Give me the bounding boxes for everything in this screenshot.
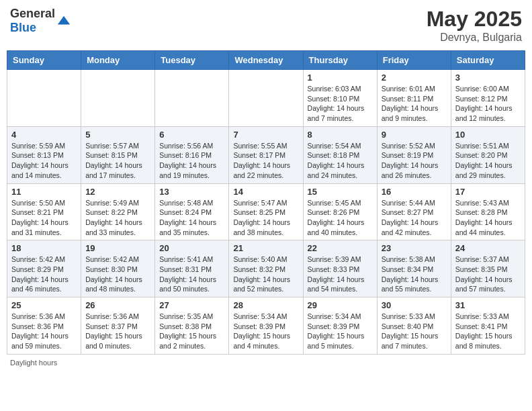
calendar-week-1: 1Sunrise: 6:03 AM Sunset: 8:10 PM Daylig… [7,70,525,127]
calendar-week-3: 11Sunrise: 5:50 AM Sunset: 8:21 PM Dayli… [7,183,525,240]
day-info: Sunrise: 6:03 AM Sunset: 8:10 PM Dayligh… [308,84,373,124]
day-info: Sunrise: 5:40 AM Sunset: 8:32 PM Dayligh… [233,255,298,294]
weekday-header-wednesday: Wednesday [229,51,303,70]
logo-general: General [10,7,55,20]
calendar-table: SundayMondayTuesdayWednesdayThursdayFrid… [7,50,525,355]
day-info: Sunrise: 5:47 AM Sunset: 8:25 PM Dayligh… [233,198,298,238]
day-number: 30 [382,300,447,310]
calendar-cell: 8Sunrise: 5:54 AM Sunset: 8:18 PM Daylig… [303,126,377,183]
weekday-header-monday: Monday [81,51,155,70]
day-info: Sunrise: 5:45 AM Sunset: 8:26 PM Dayligh… [308,198,373,238]
calendar-cell: 20Sunrise: 5:41 AM Sunset: 8:31 PM Dayli… [155,240,229,298]
calendar-cell: 14Sunrise: 5:47 AM Sunset: 8:25 PM Dayli… [229,183,303,240]
location-title: Devnya, Bulgaria [427,32,522,44]
day-info: Sunrise: 5:41 AM Sunset: 8:31 PM Dayligh… [159,255,224,294]
day-info: Sunrise: 5:34 AM Sunset: 8:39 PM Dayligh… [308,312,373,351]
calendar-cell: 10Sunrise: 5:51 AM Sunset: 8:20 PM Dayli… [451,126,525,183]
calendar-cell: 28Sunrise: 5:34 AM Sunset: 8:39 PM Dayli… [229,298,303,355]
day-number: 26 [85,300,150,310]
month-title: May 2025 [427,7,522,32]
calendar-cell: 11Sunrise: 5:50 AM Sunset: 8:21 PM Dayli… [7,183,81,240]
calendar-cell [155,70,229,127]
calendar-cell [229,70,303,127]
day-number: 11 [11,187,77,197]
calendar-week-4: 18Sunrise: 5:42 AM Sunset: 8:29 PM Dayli… [7,240,525,298]
day-number: 4 [11,130,77,140]
day-info: Sunrise: 5:42 AM Sunset: 8:29 PM Dayligh… [11,255,77,294]
day-number: 14 [233,187,298,197]
calendar-cell: 23Sunrise: 5:38 AM Sunset: 8:34 PM Dayli… [377,240,451,298]
calendar-cell: 3Sunrise: 6:00 AM Sunset: 8:12 PM Daylig… [451,70,525,127]
day-number: 28 [233,300,298,310]
calendar-cell: 26Sunrise: 5:36 AM Sunset: 8:37 PM Dayli… [81,298,155,355]
daylight-label: Daylight hours [10,359,57,367]
calendar-week-2: 4Sunrise: 5:59 AM Sunset: 8:13 PM Daylig… [7,126,525,183]
day-info: Sunrise: 5:44 AM Sunset: 8:27 PM Dayligh… [382,198,447,238]
title-block: May 2025 Devnya, Bulgaria [427,7,522,44]
day-number: 1 [308,73,373,83]
day-info: Sunrise: 5:36 AM Sunset: 8:36 PM Dayligh… [11,312,77,351]
calendar-cell: 19Sunrise: 5:42 AM Sunset: 8:30 PM Dayli… [81,240,155,298]
calendar-cell: 31Sunrise: 5:33 AM Sunset: 8:41 PM Dayli… [451,298,525,355]
day-number: 21 [233,243,298,253]
calendar-cell: 21Sunrise: 5:40 AM Sunset: 8:32 PM Dayli… [229,240,303,298]
day-info: Sunrise: 5:43 AM Sunset: 8:28 PM Dayligh… [455,198,521,238]
weekday-header-friday: Friday [377,51,451,70]
day-number: 25 [11,300,77,310]
calendar-week-5: 25Sunrise: 5:36 AM Sunset: 8:36 PM Dayli… [7,298,525,355]
day-info: Sunrise: 5:52 AM Sunset: 8:19 PM Dayligh… [382,141,447,181]
day-info: Sunrise: 5:38 AM Sunset: 8:34 PM Dayligh… [382,255,447,294]
day-info: Sunrise: 5:39 AM Sunset: 8:33 PM Dayligh… [308,255,373,294]
day-info: Sunrise: 5:50 AM Sunset: 8:21 PM Dayligh… [11,198,77,238]
day-number: 7 [233,130,298,140]
calendar-cell: 24Sunrise: 5:37 AM Sunset: 8:35 PM Dayli… [451,240,525,298]
day-number: 27 [159,300,224,310]
day-number: 24 [455,243,521,253]
calendar-cell: 25Sunrise: 5:36 AM Sunset: 8:36 PM Dayli… [7,298,81,355]
day-info: Sunrise: 5:51 AM Sunset: 8:20 PM Dayligh… [455,141,521,181]
calendar-cell: 1Sunrise: 6:03 AM Sunset: 8:10 PM Daylig… [303,70,377,127]
day-info: Sunrise: 5:54 AM Sunset: 8:18 PM Dayligh… [308,141,373,181]
calendar-cell: 18Sunrise: 5:42 AM Sunset: 8:29 PM Dayli… [7,240,81,298]
day-number: 18 [11,243,77,253]
day-info: Sunrise: 5:36 AM Sunset: 8:37 PM Dayligh… [85,312,150,351]
svg-marker-0 [58,16,70,25]
day-number: 31 [455,300,521,310]
day-info: Sunrise: 5:57 AM Sunset: 8:15 PM Dayligh… [85,141,150,181]
day-number: 15 [308,187,373,197]
day-number: 13 [159,187,224,197]
day-number: 9 [382,130,447,140]
day-number: 2 [382,73,447,83]
calendar-cell: 27Sunrise: 5:35 AM Sunset: 8:38 PM Dayli… [155,298,229,355]
calendar-cell: 12Sunrise: 5:49 AM Sunset: 8:22 PM Dayli… [81,183,155,240]
day-number: 3 [455,73,521,83]
day-info: Sunrise: 5:56 AM Sunset: 8:16 PM Dayligh… [159,141,224,181]
day-number: 5 [85,130,150,140]
logo-blue: Blue [10,21,36,34]
day-info: Sunrise: 5:48 AM Sunset: 8:24 PM Dayligh… [159,198,224,238]
day-info: Sunrise: 5:42 AM Sunset: 8:30 PM Dayligh… [85,255,150,294]
day-number: 6 [159,130,224,140]
weekday-header-tuesday: Tuesday [155,51,229,70]
logo: General Blue [10,7,71,35]
calendar-cell: 30Sunrise: 5:33 AM Sunset: 8:40 PM Dayli… [377,298,451,355]
day-info: Sunrise: 5:55 AM Sunset: 8:17 PM Dayligh… [233,141,298,181]
weekday-header-row: SundayMondayTuesdayWednesdayThursdayFrid… [7,51,525,70]
calendar-footer: Daylight hours [7,359,525,367]
weekday-header-saturday: Saturday [451,51,525,70]
calendar-cell [81,70,155,127]
day-number: 12 [85,187,150,197]
calendar-cell: 13Sunrise: 5:48 AM Sunset: 8:24 PM Dayli… [155,183,229,240]
day-number: 23 [382,243,447,253]
calendar-cell: 6Sunrise: 5:56 AM Sunset: 8:16 PM Daylig… [155,126,229,183]
weekday-header-sunday: Sunday [7,51,81,70]
day-number: 16 [382,187,447,197]
day-info: Sunrise: 5:37 AM Sunset: 8:35 PM Dayligh… [455,255,521,294]
day-number: 19 [85,243,150,253]
calendar-cell: 2Sunrise: 6:01 AM Sunset: 8:11 PM Daylig… [377,70,451,127]
day-number: 17 [455,187,521,197]
day-info: Sunrise: 5:33 AM Sunset: 8:41 PM Dayligh… [455,312,521,351]
calendar-cell: 16Sunrise: 5:44 AM Sunset: 8:27 PM Dayli… [377,183,451,240]
day-info: Sunrise: 5:49 AM Sunset: 8:22 PM Dayligh… [85,198,150,238]
logo-text: General Blue [10,7,55,35]
